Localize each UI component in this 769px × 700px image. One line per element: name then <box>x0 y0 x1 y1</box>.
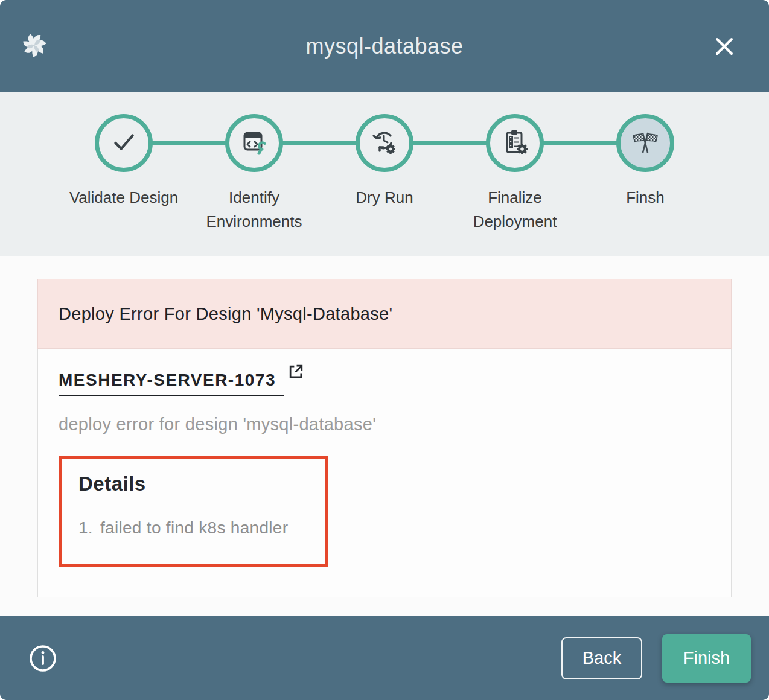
deployment-wizard-modal: mysql-database <box>0 0 769 700</box>
dry-run-clock-icon <box>371 128 398 158</box>
deployment-stepper: Validate Design <box>0 92 769 256</box>
error-code-row: MESHERY-SERVER-1073 <box>59 371 710 396</box>
error-panel-title: Deploy Error For Design 'Mysql-Database' <box>59 304 392 324</box>
step-finish: Finsh <box>580 114 710 234</box>
code-wrench-icon <box>240 128 268 158</box>
step-circle-identify <box>225 114 283 172</box>
details-heading: Details <box>78 472 308 495</box>
step-identify-environments: Identify Environments <box>189 114 319 234</box>
step-label: Finsh <box>626 185 665 209</box>
details-list: failed to find k8s handler <box>78 518 308 538</box>
step-finalize-deployment: Finalize Deployment <box>450 114 580 234</box>
modal-title: mysql-database <box>305 34 463 59</box>
clipboard-gear-icon <box>501 128 529 158</box>
error-description: deploy error for design 'mysql-database' <box>59 415 710 434</box>
back-button[interactable]: Back <box>561 637 642 679</box>
error-code-link[interactable]: MESHERY-SERVER-1073 <box>59 371 284 396</box>
deploy-error-panel: Deploy Error For Design 'Mysql-Database'… <box>37 279 732 597</box>
error-panel-body: MESHERY-SERVER-1073 deploy error for des… <box>37 349 732 597</box>
step-validate-design: Validate Design <box>59 114 189 234</box>
step-circle-dry-run <box>356 114 413 172</box>
step-label: Dry Run <box>356 185 413 209</box>
close-icon[interactable] <box>711 33 738 60</box>
checkered-flags-icon <box>631 127 660 159</box>
step-label: Finalize Deployment <box>450 185 579 234</box>
modal-titlebar: mysql-database <box>0 0 769 92</box>
step-dry-run: Dry Run <box>319 114 450 234</box>
details-list-item: failed to find k8s handler <box>98 518 308 538</box>
step-circle-validate <box>95 114 153 172</box>
step-circle-finish <box>616 114 674 172</box>
external-link-icon <box>288 363 304 382</box>
error-panel-header: Deploy Error For Design 'Mysql-Database' <box>37 279 732 349</box>
meshery-logo <box>18 29 51 62</box>
step-circle-finalize <box>486 114 544 172</box>
finish-button[interactable]: Finish <box>662 634 751 682</box>
info-icon[interactable] <box>28 643 58 673</box>
error-details-box: Details failed to find k8s handler <box>59 456 328 567</box>
modal-footer: Back Finish <box>0 616 769 700</box>
step-label: Identify Environments <box>190 185 319 234</box>
modal-content: Deploy Error For Design 'Mysql-Database'… <box>0 256 769 616</box>
step-label: Validate Design <box>69 185 178 209</box>
check-icon <box>110 128 138 158</box>
